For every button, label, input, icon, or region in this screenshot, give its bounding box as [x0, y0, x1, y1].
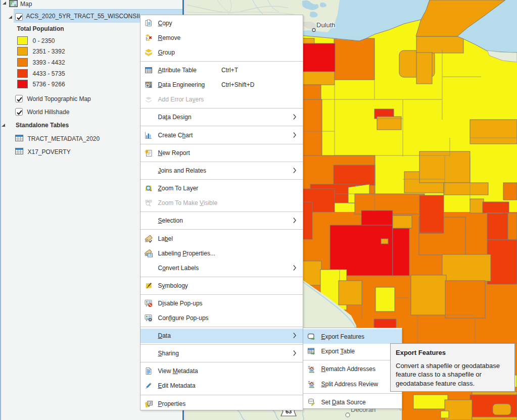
svg-text:Duluth: Duluth: [316, 21, 336, 29]
